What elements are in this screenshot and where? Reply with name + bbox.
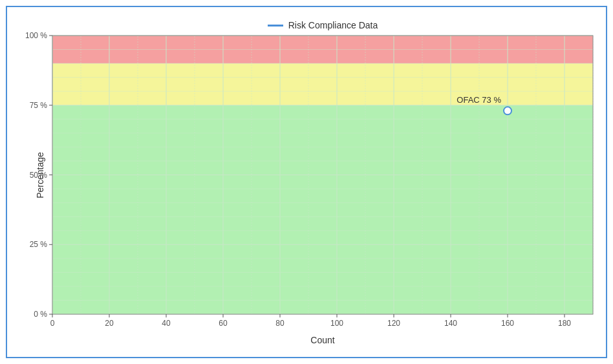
legend-line-icon: [268, 25, 283, 27]
svg-text:50 %: 50 %: [30, 171, 48, 180]
svg-text:40: 40: [162, 319, 171, 328]
chart-area: Percentage Count 02040608010012014016018…: [52, 36, 593, 314]
chart-container: Risk Compliance Data Percentage Count 02…: [6, 6, 607, 358]
svg-text:120: 120: [387, 319, 400, 328]
svg-text:20: 20: [105, 319, 114, 328]
svg-text:0: 0: [50, 319, 55, 328]
svg-text:100: 100: [330, 319, 343, 328]
svg-text:60: 60: [219, 319, 228, 328]
svg-rect-1: [52, 63, 593, 105]
svg-rect-0: [52, 105, 593, 314]
svg-text:0 %: 0 %: [34, 310, 47, 319]
svg-text:75 %: 75 %: [30, 101, 48, 110]
svg-text:OFAC 73 %: OFAC 73 %: [457, 95, 501, 105]
plot-area: 0204060801001201401601800 %25 %50 %75 %1…: [52, 36, 593, 314]
svg-text:80: 80: [275, 319, 285, 328]
svg-text:180: 180: [558, 319, 571, 328]
chart-title: Risk Compliance Data: [52, 20, 593, 30]
svg-text:100 %: 100 %: [25, 31, 47, 40]
svg-text:25 %: 25 %: [30, 240, 48, 249]
chart-svg: 0204060801001201401601800 %25 %50 %75 %1…: [52, 36, 593, 314]
svg-text:160: 160: [501, 319, 514, 328]
svg-text:140: 140: [444, 319, 457, 328]
svg-point-75: [504, 107, 511, 114]
x-axis-label: Count: [310, 335, 334, 345]
chart-title-text: Risk Compliance Data: [288, 20, 378, 30]
